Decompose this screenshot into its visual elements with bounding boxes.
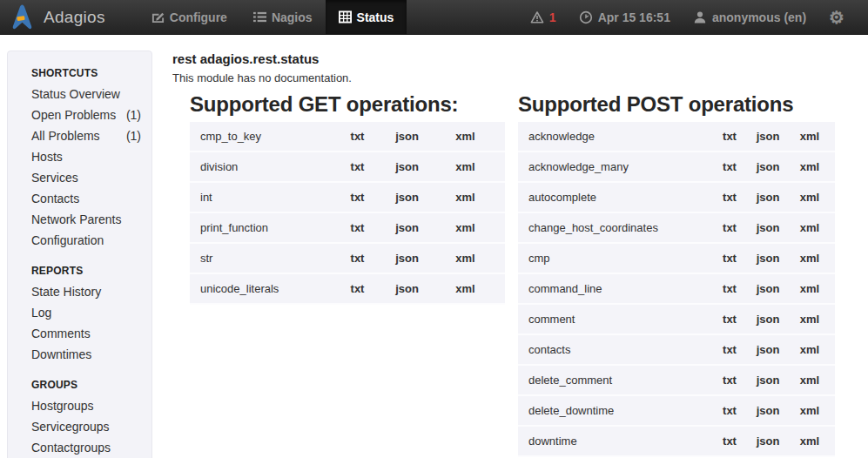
post-operations-panel: Supported POST operations acknowledge tx…: [518, 92, 835, 457]
txt-link[interactable]: txt: [333, 252, 382, 265]
sidebar-section-title: REPORTS: [8, 262, 151, 281]
datetime-label: Apr 15 16:51: [598, 10, 670, 24]
json-link[interactable]: json: [382, 221, 432, 234]
xml-link[interactable]: xml: [791, 404, 829, 417]
xml-link[interactable]: xml: [791, 313, 829, 326]
sidebar-item[interactable]: Log: [8, 302, 151, 323]
nav-item-configure[interactable]: Configure: [138, 0, 240, 34]
sidebar-item[interactable]: Servicegroups: [8, 416, 151, 437]
table-row: cmp_to_key txt json xml: [190, 122, 505, 152]
sidebar-item-label: Hostgroups: [31, 395, 141, 416]
json-link[interactable]: json: [749, 343, 787, 356]
xml-link[interactable]: xml: [791, 252, 829, 265]
table-row: int txt json xml: [190, 183, 505, 213]
sidebar-item[interactable]: All Problems (1): [8, 125, 151, 146]
txt-link[interactable]: txt: [710, 404, 749, 417]
txt-link[interactable]: txt: [710, 252, 749, 265]
txt-link[interactable]: txt: [710, 191, 749, 204]
operation-name: cmp_to_key: [190, 130, 333, 143]
sidebar-item[interactable]: State History: [8, 281, 151, 302]
xml-link[interactable]: xml: [791, 191, 829, 204]
sidebar-item[interactable]: Open Problems (1): [8, 104, 151, 125]
main-content: rest adagios.rest.status This module has…: [172, 51, 868, 457]
clock-widget[interactable]: Apr 15 16:51: [568, 10, 682, 24]
json-link[interactable]: json: [749, 252, 787, 265]
xml-link[interactable]: xml: [441, 191, 490, 204]
xml-link[interactable]: xml: [791, 434, 829, 448]
xml-link[interactable]: xml: [791, 343, 829, 356]
sidebar-section-shortcuts: SHORTCUTS Status Overview Open Problems …: [8, 64, 151, 251]
json-link[interactable]: json: [749, 434, 787, 448]
settings-button[interactable]: ⚙: [818, 0, 856, 35]
sidebar-item[interactable]: Network Parents: [8, 209, 151, 230]
txt-link[interactable]: txt: [333, 160, 382, 173]
sidebar-item[interactable]: Contacts: [8, 188, 151, 209]
sidebar-item[interactable]: Hosts: [8, 146, 151, 167]
table-row: acknowledge_many txt json xml: [518, 152, 835, 183]
txt-link[interactable]: txt: [710, 434, 749, 448]
xml-link[interactable]: xml: [441, 160, 490, 173]
sidebar-item[interactable]: Hostgroups: [8, 395, 151, 416]
nav-item-status[interactable]: Status: [326, 0, 407, 34]
json-link[interactable]: json: [749, 130, 787, 143]
txt-link[interactable]: txt: [333, 130, 382, 143]
sidebar-item-label: Hosts: [31, 146, 141, 167]
xml-link[interactable]: xml: [441, 282, 490, 295]
operation-name: acknowledge_many: [518, 160, 710, 173]
json-link[interactable]: json: [382, 160, 432, 173]
get-operations-table: cmp_to_key txt json xml division txt jso…: [190, 122, 505, 305]
sidebar-item[interactable]: Status Overview: [8, 84, 151, 104]
operation-name: int: [190, 191, 333, 204]
get-operations-heading: Supported GET operations:: [190, 92, 505, 116]
user-menu[interactable]: anonymous (en): [682, 10, 818, 24]
txt-link[interactable]: txt: [333, 282, 382, 295]
xml-link[interactable]: xml: [791, 160, 829, 173]
list-icon: [253, 10, 266, 24]
alerts-indicator[interactable]: 1: [519, 10, 568, 24]
edit-icon: [151, 10, 165, 24]
txt-link[interactable]: txt: [710, 282, 749, 295]
json-link[interactable]: json: [749, 374, 787, 387]
json-link[interactable]: json: [749, 313, 787, 326]
json-link[interactable]: json: [382, 252, 432, 265]
post-operations-heading: Supported POST operations: [518, 92, 835, 116]
json-link[interactable]: json: [382, 130, 432, 143]
txt-link[interactable]: txt: [710, 343, 749, 356]
json-link[interactable]: json: [749, 221, 787, 234]
xml-link[interactable]: xml: [791, 130, 829, 143]
json-link[interactable]: json: [749, 160, 787, 173]
table-row: cmp txt json xml: [518, 244, 835, 274]
json-link[interactable]: json: [749, 404, 787, 417]
txt-link[interactable]: txt: [710, 160, 749, 173]
sidebar-item[interactable]: Services: [8, 167, 151, 188]
user-icon: [693, 10, 707, 24]
sidebar-item[interactable]: Contactgroups: [8, 437, 151, 458]
txt-link[interactable]: txt: [710, 221, 749, 234]
txt-link[interactable]: txt: [710, 130, 749, 143]
json-link[interactable]: json: [382, 191, 432, 204]
sidebar-item[interactable]: Comments: [8, 323, 151, 344]
sidebar: SHORTCUTS Status Overview Open Problems …: [7, 51, 152, 458]
post-operations-table: acknowledge txt json xml acknowledge_man…: [518, 122, 835, 457]
sidebar-item-label: Comments: [31, 323, 141, 344]
sidebar-item[interactable]: Configuration: [8, 230, 151, 251]
txt-link[interactable]: txt: [710, 313, 749, 326]
brand-logo-link[interactable]: Adagios: [0, 0, 114, 34]
sidebar-item[interactable]: Downtimes: [8, 344, 151, 365]
operation-name: delete_comment: [518, 374, 710, 387]
json-link[interactable]: json: [749, 282, 787, 295]
sidebar-item-label: Log: [31, 302, 141, 323]
txt-link[interactable]: txt: [710, 374, 749, 387]
txt-link[interactable]: txt: [333, 221, 382, 234]
xml-link[interactable]: xml: [791, 221, 829, 234]
xml-link[interactable]: xml: [441, 130, 490, 143]
nav-item-nagios[interactable]: Nagios: [240, 0, 326, 34]
xml-link[interactable]: xml: [791, 374, 829, 387]
xml-link[interactable]: xml: [441, 252, 490, 265]
operation-name: acknowledge: [518, 130, 710, 143]
xml-link[interactable]: xml: [791, 282, 829, 295]
json-link[interactable]: json: [382, 282, 432, 295]
txt-link[interactable]: txt: [333, 191, 382, 204]
xml-link[interactable]: xml: [441, 221, 490, 234]
json-link[interactable]: json: [749, 191, 787, 204]
